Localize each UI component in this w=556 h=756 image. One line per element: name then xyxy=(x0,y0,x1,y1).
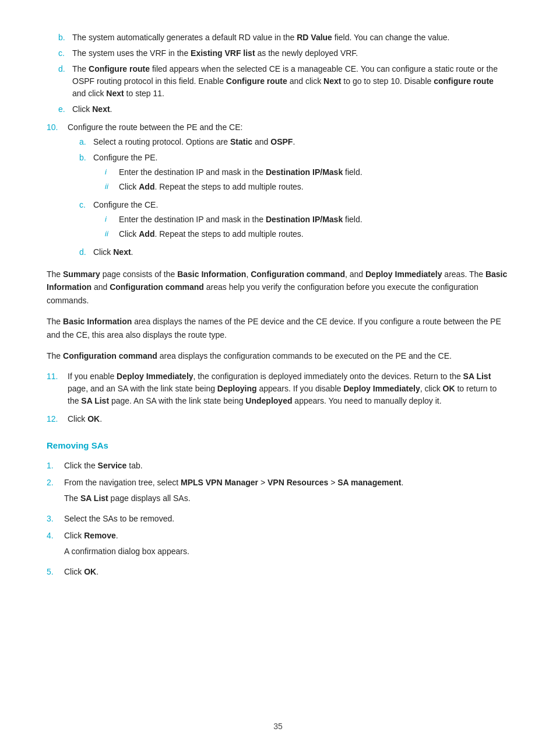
page: b. The system automatically generates a … xyxy=(0,0,556,756)
step-10-section: 10. Configure the route between the PE a… xyxy=(47,121,509,262)
label-10b-i: i xyxy=(105,166,119,178)
label-c: c. xyxy=(58,47,72,60)
page-number: 35 xyxy=(0,720,556,733)
content-r2: From the navigation tree, select MPLS VP… xyxy=(64,477,509,508)
label-10: 10. xyxy=(47,121,68,262)
content-r1: Click the Service tab. xyxy=(64,460,509,472)
intro-steps: b. The system automatically generates a … xyxy=(47,32,509,116)
step-10b-i: i Enter the destination IP and mask in t… xyxy=(105,166,509,178)
content: b. The system automatically generates a … xyxy=(47,32,509,578)
label-d: d. xyxy=(58,63,72,100)
remove-step-4: 4. Click Remove. A confirmation dialog b… xyxy=(47,530,509,561)
remove-step-2: 2. From the navigation tree, select MPLS… xyxy=(47,477,509,508)
content-11: If you enable Deploy Immediately, the co… xyxy=(68,370,509,407)
content-b: The system automatically generates a def… xyxy=(72,32,509,44)
content-r4: Click Remove. A confirmation dialog box … xyxy=(64,530,509,561)
step-d: d. The Configure route filed appears whe… xyxy=(58,63,509,100)
step-10b-ii: ii Click Add. Repeat the steps to add mu… xyxy=(105,181,509,193)
label-r3: 3. xyxy=(47,513,64,525)
label-b: b. xyxy=(58,32,72,44)
para-1: The Summary page consists of the Basic I… xyxy=(47,268,509,307)
label-r2: 2. xyxy=(47,477,64,508)
step-c: c. The system uses the VRF in the Existi… xyxy=(58,47,509,60)
label-10a: a. xyxy=(79,136,93,148)
subsub-10c: i Enter the destination IP and mask in t… xyxy=(105,214,509,240)
content-d: The Configure route filed appears when t… xyxy=(72,63,509,100)
label-r1: 1. xyxy=(47,460,64,472)
content-c: The system uses the VRF in the Existing … xyxy=(72,47,509,60)
remove-step-1: 1. Click the Service tab. xyxy=(47,460,509,472)
note-r4: A confirmation dialog box appears. xyxy=(64,545,509,558)
label-10c-i: i xyxy=(105,214,119,226)
step-e: e. Click Next. xyxy=(58,103,509,116)
intro-sub-list: b. The system automatically generates a … xyxy=(58,32,509,116)
step-10a: a. Select a routing protocol. Options ar… xyxy=(79,136,509,148)
content-r5: Click OK. xyxy=(64,566,509,578)
step-11-section: 11. If you enable Deploy Immediately, th… xyxy=(47,370,509,407)
step-10: 10. Configure the route between the PE a… xyxy=(47,121,509,262)
removing-sas-heading: Removing SAs xyxy=(47,439,509,453)
step-10d: d. Click Next. xyxy=(79,246,509,258)
sub-list-10: a. Select a routing protocol. Options ar… xyxy=(79,136,509,258)
step-10c-i: i Enter the destination IP and mask in t… xyxy=(105,214,509,226)
label-e: e. xyxy=(58,103,72,116)
content-10b-ii: Click Add. Repeat the steps to add multi… xyxy=(119,181,509,193)
step-10c: c. Configure the CE. i Enter the destina… xyxy=(79,199,509,243)
label-12: 12. xyxy=(47,413,68,425)
remove-step-5: 5. Click OK. xyxy=(47,566,509,578)
label-10b: b. xyxy=(79,152,93,195)
content-e: Click Next. xyxy=(72,103,509,116)
para-3: The Configuration command area displays … xyxy=(47,349,509,362)
content-12: Click OK. xyxy=(68,413,509,425)
step-10b: b. Configure the PE. i Enter the destina… xyxy=(79,152,509,195)
content-10c-i: Enter the destination IP and mask in the… xyxy=(119,214,509,226)
label-r5: 5. xyxy=(47,566,64,578)
subsub-10b: i Enter the destination IP and mask in t… xyxy=(105,166,509,193)
step-12: 12. Click OK. xyxy=(47,413,509,425)
label-11: 11. xyxy=(47,370,68,407)
content-10c-ii: Click Add. Repeat the steps to add multi… xyxy=(119,228,509,240)
label-10d: d. xyxy=(79,246,93,258)
step-11: 11. If you enable Deploy Immediately, th… xyxy=(47,370,509,407)
content-r3: Select the SAs to be removed. xyxy=(64,513,509,525)
step-b: b. The system automatically generates a … xyxy=(58,32,509,44)
step-10c-ii: ii Click Add. Repeat the steps to add mu… xyxy=(105,228,509,240)
note-r2: The SA List page displays all SAs. xyxy=(64,492,509,505)
label-10b-ii: ii xyxy=(105,181,119,193)
content-10b: Configure the PE. i Enter the destinatio… xyxy=(93,152,509,195)
label-10c-ii: ii xyxy=(105,228,119,240)
para-2: The Basic Information area displays the … xyxy=(47,315,509,341)
remove-step-3: 3. Select the SAs to be removed. xyxy=(47,513,509,525)
removing-sas-list: 1. Click the Service tab. 2. From the na… xyxy=(47,460,509,578)
label-10c: c. xyxy=(79,199,93,243)
content-10c: Configure the CE. i Enter the destinatio… xyxy=(93,199,509,243)
label-r4: 4. xyxy=(47,530,64,561)
content-10a: Select a routing protocol. Options are S… xyxy=(93,136,509,148)
content-10b-i: Enter the destination IP and mask in the… xyxy=(119,166,509,178)
step-12-section: 12. Click OK. xyxy=(47,413,509,425)
content-10: Configure the route between the PE and t… xyxy=(68,121,509,262)
content-10d: Click Next. xyxy=(93,246,509,258)
